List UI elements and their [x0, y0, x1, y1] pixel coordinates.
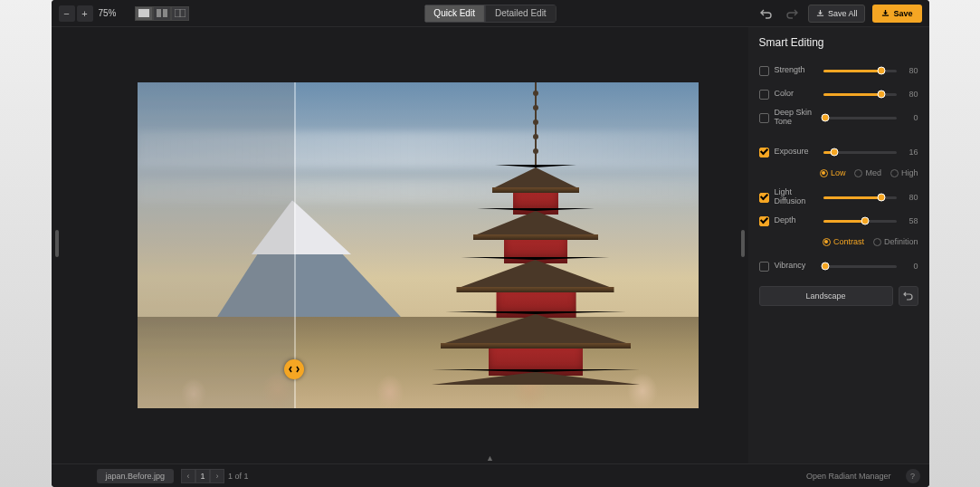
strength-label: Strength: [775, 66, 818, 75]
zoom-out-button[interactable]: −: [59, 5, 75, 22]
exposure-checkbox[interactable]: [759, 148, 769, 158]
exposure-low-option[interactable]: Low: [820, 168, 846, 177]
deepskin-label: Deep Skin Tone: [775, 109, 818, 127]
tab-detailed-edit[interactable]: Detailed Edit: [485, 5, 557, 23]
compare-handle[interactable]: [284, 359, 304, 379]
strength-slider[interactable]: [823, 70, 897, 72]
save-all-button[interactable]: Save All: [808, 5, 866, 23]
panel-title: Smart Editing: [759, 36, 918, 49]
strength-checkbox[interactable]: [759, 66, 769, 76]
vibrancy-checkbox[interactable]: [759, 262, 769, 272]
save-label: Save: [893, 9, 912, 18]
page-current[interactable]: 1: [195, 469, 210, 483]
tab-quick-edit[interactable]: Quick Edit: [423, 5, 485, 23]
deepskin-row: Deep Skin Tone 0: [759, 109, 918, 127]
exposure-row: Exposure 16: [759, 143, 918, 161]
drag-arrows-icon: [289, 365, 300, 374]
view-single-button[interactable]: [135, 6, 153, 21]
strength-value: 80: [902, 66, 918, 75]
preset-row: Landscape: [759, 286, 918, 306]
next-page-button[interactable]: ›: [210, 469, 224, 483]
strength-row: Strength 80: [759, 62, 918, 80]
svg-rect-0: [138, 9, 149, 17]
deepskin-checkbox[interactable]: [759, 113, 769, 123]
view-split-button[interactable]: [153, 6, 171, 21]
depth-options: Contrast Definition: [759, 235, 918, 252]
image-canvas: [138, 82, 699, 408]
color-checkbox[interactable]: [759, 90, 769, 100]
color-slider[interactable]: [823, 93, 897, 96]
right-panel-handle[interactable]: [741, 230, 745, 257]
depth-contrast-option[interactable]: Contrast: [823, 237, 864, 246]
lightdiff-slider[interactable]: [823, 196, 897, 199]
edit-mode-tabs: Quick Edit Detailed Edit: [423, 5, 556, 23]
svg-rect-1: [157, 9, 161, 17]
exposure-slider[interactable]: [823, 151, 897, 154]
lightdiff-checkbox[interactable]: [759, 193, 769, 203]
svg-rect-2: [163, 9, 167, 17]
exposure-label: Exposure: [775, 148, 818, 157]
color-value: 80: [902, 90, 918, 99]
depth-checkbox[interactable]: [759, 216, 769, 226]
filename-label: japan.Before.jpg: [97, 469, 175, 483]
page-of: 1 of 1: [228, 472, 249, 481]
depth-row: Depth 58: [759, 212, 918, 230]
exposure-value: 16: [902, 148, 918, 157]
pager: ‹ 1 › 1 of 1: [181, 469, 249, 483]
redo-button[interactable]: [783, 5, 801, 23]
lightdiff-value: 80: [902, 193, 918, 202]
download-icon: [816, 9, 824, 17]
undo-button[interactable]: [757, 5, 775, 23]
zoom-controls: − + 75%: [59, 5, 117, 22]
color-label: Color: [775, 90, 818, 99]
zoom-percent[interactable]: 75%: [99, 8, 117, 18]
top-toolbar: − + 75% Quick Edit Detailed Edit Save Al…: [52, 0, 929, 27]
app-window: − + 75% Quick Edit Detailed Edit Save Al…: [52, 0, 929, 487]
deepskin-slider[interactable]: [823, 117, 897, 119]
canvas-viewport[interactable]: [52, 27, 748, 463]
vibrancy-label: Vibrancy: [775, 262, 818, 271]
vibrancy-value: 0: [902, 262, 918, 271]
save-button[interactable]: Save: [872, 5, 921, 23]
zoom-in-button[interactable]: +: [77, 5, 93, 22]
depth-value: 58: [902, 216, 918, 225]
exposure-options: Low Med High: [759, 167, 918, 183]
before-overlay: [138, 82, 295, 408]
filmstrip-toggle[interactable]: ▲: [486, 454, 494, 463]
pagoda: [441, 101, 631, 382]
view-compare-button[interactable]: [171, 6, 189, 21]
bottom-bar: ▲ japan.Before.jpg ‹ 1 › 1 of 1 Open Rad…: [52, 463, 929, 487]
depth-slider[interactable]: [823, 220, 897, 223]
main-area: Smart Editing Strength 80 Color 80 Deep …: [52, 27, 929, 463]
top-right-controls: Save All Save: [757, 5, 922, 23]
lightdiff-row: Light Diffusion 80: [759, 188, 918, 206]
view-mode-group: [135, 6, 189, 21]
lightdiff-label: Light Diffusion: [775, 188, 818, 206]
vibrancy-slider[interactable]: [823, 265, 897, 268]
reset-button[interactable]: [899, 286, 918, 306]
open-manager-link[interactable]: Open Radiant Manager: [806, 472, 891, 481]
help-button[interactable]: ?: [906, 469, 920, 483]
smart-editing-panel: Smart Editing Strength 80 Color 80 Deep …: [748, 27, 929, 463]
depth-label: Depth: [775, 216, 818, 225]
vibrancy-row: Vibrancy 0: [759, 257, 918, 275]
prev-page-button[interactable]: ‹: [181, 469, 195, 483]
depth-definition-option[interactable]: Definition: [873, 237, 918, 246]
exposure-med-option[interactable]: Med: [854, 168, 881, 177]
download-icon: [881, 9, 890, 17]
preset-dropdown[interactable]: Landscape: [759, 286, 893, 306]
color-row: Color 80: [759, 85, 918, 103]
deepskin-value: 0: [902, 113, 918, 122]
save-all-label: Save All: [828, 9, 858, 18]
exposure-high-option[interactable]: High: [890, 168, 918, 177]
undo-icon: [903, 291, 914, 301]
